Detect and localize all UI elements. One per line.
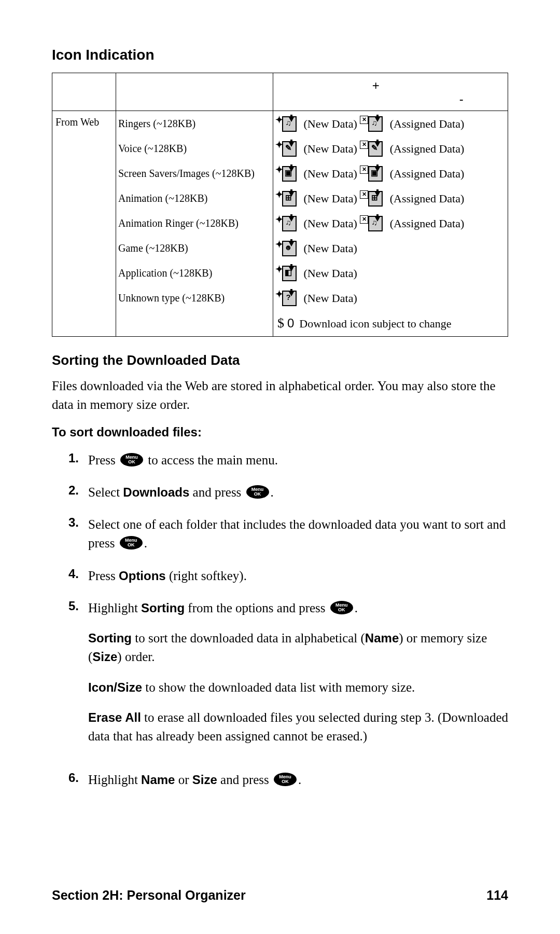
step-num-1: 1. — [68, 451, 88, 470]
note-symbol-b: 0 — [287, 316, 294, 330]
icon-cell: ✦♫ (New Data) ✕♫ (Assigned Data) — [273, 211, 508, 236]
step-6-name: Name — [141, 773, 175, 787]
footer-section: Section 2H: Personal Organizer — [52, 888, 246, 903]
header-minus: - — [459, 92, 464, 106]
opt-eraseall-label: Erase All — [88, 710, 141, 724]
opt-sorting-b: to sort the downloaded data in alphabeti… — [132, 631, 365, 645]
assigned-data-label: (Assigned Data) — [387, 142, 464, 155]
table-note: Download icon subject to change — [299, 317, 451, 330]
icon-cell: ✦? (New Data) — [273, 285, 508, 310]
opt-iconsize-label: Icon/Size — [88, 680, 142, 694]
note-symbol-a: $ — [277, 315, 284, 331]
step-1-a: Press — [88, 453, 119, 467]
assigned-badge-icon: ✕ — [360, 141, 368, 149]
opt-eraseall-b: to erase all downloaded files you select… — [88, 710, 508, 743]
step-5-c: from the options and press — [185, 601, 329, 615]
step-num-3: 3. — [68, 515, 88, 553]
sorting-intro: Files downloaded via the Web are stored … — [52, 377, 508, 415]
assigned-badge-icon: ✕ — [360, 215, 368, 224]
table-row: Animation (~128KB)✦⊞ (New Data) ✕⊞ (Assi… — [52, 186, 508, 211]
step-num-6: 6. — [68, 771, 88, 789]
opt-sorting-f: ) order. — [117, 650, 155, 664]
to-sort-heading: To sort downloaded files: — [52, 425, 508, 439]
table-row: From WebRingers (~128KB)✦♫ (New Data) ✕♫… — [52, 111, 508, 136]
file-type-icon: ⊞ — [282, 190, 300, 208]
file-type-label: Voice (~128KB) — [116, 136, 273, 161]
file-type-icon: ☻ — [282, 240, 300, 257]
step-4-a: Press — [88, 569, 119, 583]
step-6-e: and press — [217, 773, 272, 787]
step-2-d: . — [271, 485, 274, 499]
heading-sorting: Sorting the Downloaded Data — [52, 352, 508, 368]
menu-ok-key-icon — [120, 536, 143, 550]
icon-cell: ✦♫ (New Data) ✕♫ (Assigned Data) — [273, 111, 508, 136]
step-6-size: Size — [192, 773, 217, 787]
step-5-sorting: Sorting — [141, 601, 185, 615]
assigned-data-label: (Assigned Data) — [387, 192, 464, 205]
header-plus: + — [372, 78, 380, 93]
new-data-label: (New Data) — [301, 117, 357, 130]
menu-ok-key-icon — [246, 485, 269, 499]
file-type-label: Animation Ringer (~128KB) — [116, 211, 273, 236]
assigned-badge-icon: ✕ — [360, 166, 368, 174]
option-sorting: Sorting to sort the downloaded data in a… — [88, 629, 508, 667]
file-type-icon: ♫ — [282, 215, 300, 232]
step-2-a: Select — [88, 485, 123, 499]
menu-ok-key-icon — [274, 773, 297, 786]
file-type-label: Game (~128KB) — [116, 236, 273, 260]
file-type-label: Animation (~128KB) — [116, 186, 273, 211]
icon-cell: ✦☻ (New Data) — [273, 236, 508, 260]
menu-ok-key-icon — [330, 601, 353, 614]
new-data-label: (New Data) — [301, 142, 357, 155]
new-data-label: (New Data) — [301, 292, 357, 305]
step-6-a: Highlight — [88, 773, 141, 787]
step-num-4: 4. — [68, 567, 88, 585]
step-6: Highlight Name or Size and press . — [88, 771, 508, 789]
step-num-5: 5. — [68, 599, 88, 758]
new-data-label: (New Data) — [301, 242, 357, 255]
opt-sorting-size: Size — [92, 650, 117, 664]
file-type-icon: ◧ — [282, 265, 300, 282]
table-note-row: $0Download icon subject to change — [52, 310, 508, 337]
table-row: Animation Ringer (~128KB)✦♫ (New Data) ✕… — [52, 211, 508, 236]
table-row: Unknown type (~128KB)✦? (New Data) — [52, 285, 508, 310]
opt-sorting-label: Sorting — [88, 631, 132, 645]
assigned-badge-icon: ✕ — [360, 116, 368, 124]
file-type-icon: ♫ — [368, 115, 386, 133]
step-1-b: to access the main menu. — [145, 453, 278, 467]
table-row: Game (~128KB)✦☻ (New Data) — [52, 236, 508, 260]
step-2-c: and press — [189, 485, 244, 499]
file-type-icon: ⊞ — [368, 190, 386, 208]
table-row: Screen Savers/Images (~128KB)✦▣ (New Dat… — [52, 161, 508, 186]
icon-cell: ✦◧ (New Data) — [273, 260, 508, 285]
footer-page: 114 — [486, 888, 508, 903]
table-row: Voice (~128KB)✦✎ (New Data) ✕✎ (Assigned… — [52, 136, 508, 161]
file-type-icon: ✎ — [368, 140, 386, 158]
option-iconsize: Icon/Size to show the downloaded data li… — [88, 678, 508, 697]
opt-sorting-name: Name — [365, 631, 399, 645]
opt-iconsize-b: to show the downloaded data list with me… — [142, 680, 415, 694]
icon-cell: ✦✎ (New Data) ✕✎ (Assigned Data) — [273, 136, 508, 161]
assigned-badge-icon: ✕ — [360, 190, 368, 199]
file-type-icon: ▣ — [282, 165, 300, 183]
step-3: Select one of each folder that includes … — [88, 515, 508, 553]
step-2-downloads: Downloads — [123, 485, 189, 499]
file-type-label: Application (~128KB) — [116, 260, 273, 285]
new-data-label: (New Data) — [301, 192, 357, 205]
new-data-label: (New Data) — [301, 217, 357, 230]
file-type-icon: ? — [282, 290, 300, 307]
icon-cell: ✦▣ (New Data) ✕▣ (Assigned Data) — [273, 161, 508, 186]
step-5-a: Highlight — [88, 601, 141, 615]
step-6-f: . — [298, 773, 301, 787]
step-3-a: Select one of each folder that includes … — [88, 517, 506, 550]
step-6-c: or — [175, 773, 192, 787]
assigned-data-label: (Assigned Data) — [387, 117, 464, 130]
table-row: Application (~128KB)✦◧ (New Data) — [52, 260, 508, 285]
step-num-2: 2. — [68, 483, 88, 502]
step-1: Press to access the main menu. — [88, 451, 508, 470]
file-type-label: Screen Savers/Images (~128KB) — [116, 161, 273, 186]
step-3-b: . — [144, 536, 147, 550]
file-type-label: Unknown type (~128KB) — [116, 285, 273, 310]
icon-cell: ✦⊞ (New Data) ✕⊞ (Assigned Data) — [273, 186, 508, 211]
step-4-c: (right softkey). — [166, 569, 247, 583]
